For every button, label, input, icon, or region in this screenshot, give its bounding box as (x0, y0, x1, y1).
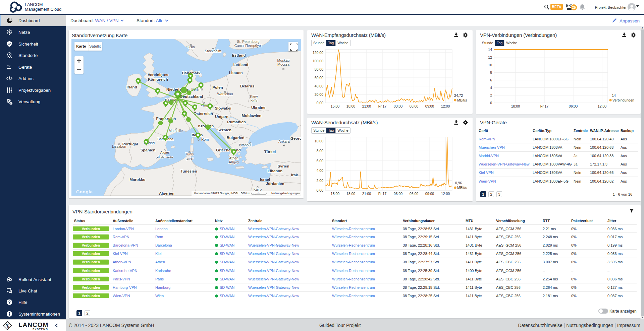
svg-text:مدينة الجزائر: مدينة الجزائر (156, 155, 173, 158)
svg-text:Moskau: Moskau (277, 58, 290, 62)
svg-text:Estland: Estland (232, 53, 246, 57)
svg-text:Belarus: Belarus (240, 84, 254, 88)
svg-text:Warschau: Warschau (217, 92, 233, 96)
svg-text:Nutzungsbedingungen: Nutzungsbedingungen (271, 192, 300, 195)
svg-text:Lettland: Lettland (233, 63, 249, 67)
svg-text:40,00: 40,00 (315, 84, 323, 88)
svg-text:60,00: 60,00 (315, 76, 323, 80)
svg-text:18:00: 18:00 (511, 104, 520, 108)
svg-text:0,96: 0,96 (455, 181, 462, 185)
svg-text:2,00: 2,00 (317, 179, 324, 183)
svg-text:2: 2 (490, 93, 492, 97)
svg-text:Algerien: Algerien (159, 191, 174, 195)
svg-text:Fr 17: Fr 17 (378, 104, 387, 108)
svg-text:Karte: Karte (76, 44, 86, 48)
svg-text:Georgi: Georgi (290, 136, 301, 140)
svg-text:14: 14 (488, 48, 492, 52)
svg-text:10,00: 10,00 (315, 139, 323, 143)
svg-text:Irland: Irland (126, 85, 137, 89)
svg-text:Москва: Москва (277, 62, 289, 66)
svg-text:Fr 17: Fr 17 (540, 104, 549, 108)
svg-text:120,00: 120,00 (313, 51, 323, 55)
svg-text:Kiew: Kiew (250, 94, 258, 98)
svg-text:80,00: 80,00 (315, 67, 323, 71)
svg-text:Algier: Algier (160, 150, 169, 154)
svg-text:Ukraine: Ukraine (251, 106, 265, 110)
svg-text:Königreich: Königreich (148, 77, 168, 81)
svg-text:34,72: 34,72 (454, 93, 463, 97)
svg-text:Oslo: Oslo (187, 45, 195, 49)
svg-text:Slowakei: Slowakei (215, 106, 231, 110)
svg-text:Bulgarien: Bulgarien (226, 136, 244, 140)
svg-text:Irak: Irak (291, 173, 298, 177)
svg-text:MBit/s: MBit/s (457, 98, 467, 102)
svg-text:12:00: 12:00 (441, 104, 450, 108)
svg-text:Litauen: Litauen (229, 71, 243, 75)
svg-text:Österreich: Österreich (194, 112, 213, 116)
svg-text:8: 8 (490, 70, 492, 74)
svg-text:21:00: 21:00 (362, 104, 371, 108)
svg-text:14: 14 (612, 93, 616, 97)
svg-text:03:00: 03:00 (394, 192, 402, 196)
svg-text:S: S (7, 325, 9, 329)
svg-text:Rom: Rom (201, 137, 209, 141)
svg-text:Ankara: Ankara (278, 139, 289, 143)
svg-text:Санкт-Петербург: Санкт-Петербург (234, 44, 262, 48)
svg-text:Ungarn: Ungarn (215, 115, 228, 119)
svg-text:Tunesien: Tunesien (180, 169, 197, 173)
svg-text:تونس: تونس (186, 156, 194, 160)
svg-text:03:00: 03:00 (394, 104, 402, 108)
svg-text:Syrien: Syrien (277, 164, 289, 168)
svg-text:Київ: Київ (251, 98, 258, 103)
svg-text:8,00: 8,00 (317, 149, 324, 153)
svg-text:18:00: 18:00 (346, 104, 355, 108)
svg-text:Verbindungen: Verbindungen (612, 98, 634, 102)
svg-text:0: 0 (490, 101, 492, 105)
svg-text:06:00: 06:00 (569, 104, 578, 108)
svg-text:Kartendaten ©2023 Google, INEG: Kartendaten ©2023 Google, INEGI (194, 192, 238, 195)
svg-text:21:00: 21:00 (362, 192, 371, 196)
svg-text:15:00: 15:00 (331, 192, 339, 196)
svg-text:Türkei: Türkei (264, 150, 276, 154)
svg-text:10: 10 (488, 63, 492, 67)
svg-text:12: 12 (488, 55, 492, 59)
svg-text:09:00: 09:00 (425, 192, 434, 196)
svg-text:06:00: 06:00 (410, 104, 418, 108)
svg-text:4: 4 (490, 86, 492, 90)
svg-text:Kairo: Kairo (254, 187, 262, 191)
svg-text:0,00: 0,00 (317, 188, 324, 192)
svg-text:Polen: Polen (212, 85, 223, 89)
svg-text:Google: Google (76, 189, 93, 194)
svg-text:Moldawien: Moldawien (242, 114, 262, 118)
svg-text:Frankreich: Frankreich (156, 117, 176, 121)
svg-text:Fr 17: Fr 17 (378, 192, 387, 196)
svg-text:15:00: 15:00 (331, 104, 339, 108)
svg-text:500 km: 500 km (241, 192, 250, 195)
svg-text:100,00: 100,00 (313, 59, 323, 63)
svg-text:Spanien: Spanien (141, 148, 156, 152)
svg-text:6,00: 6,00 (317, 159, 324, 163)
svg-text:MBit/s: MBit/s (457, 186, 467, 190)
svg-text:18:00: 18:00 (346, 192, 355, 196)
svg-text:4,00: 4,00 (317, 169, 324, 173)
svg-text:Rumänien: Rumänien (227, 120, 246, 124)
svg-text:Vereinigtes: Vereinigtes (148, 73, 168, 77)
svg-text:Lissabon: Lissabon (112, 144, 126, 148)
svg-text:09:00: 09:00 (425, 104, 434, 108)
svg-text:Jordanien: Jordanien (266, 182, 284, 186)
svg-text:0,00: 0,00 (317, 101, 324, 105)
svg-text:Stockholm: Stockholm (205, 49, 221, 53)
svg-text:Marokko: Marokko (129, 178, 145, 182)
svg-text:Libanon: Libanon (268, 169, 283, 173)
svg-text:Tunis: Tunis (185, 152, 194, 156)
svg-text:Marseille: Marseille (169, 129, 183, 133)
svg-text:Satellit: Satellit (89, 44, 101, 48)
svg-text:6: 6 (490, 78, 492, 82)
svg-text:12:00: 12:00 (598, 104, 606, 108)
svg-text:Israel: Israel (260, 178, 270, 182)
svg-text:Serbien: Serbien (217, 128, 231, 132)
svg-text:Griechenland: Griechenland (216, 148, 241, 152)
svg-text:Athen: Athen (229, 156, 238, 160)
svg-text:12:00: 12:00 (441, 192, 450, 196)
svg-text:06:00: 06:00 (410, 192, 418, 196)
